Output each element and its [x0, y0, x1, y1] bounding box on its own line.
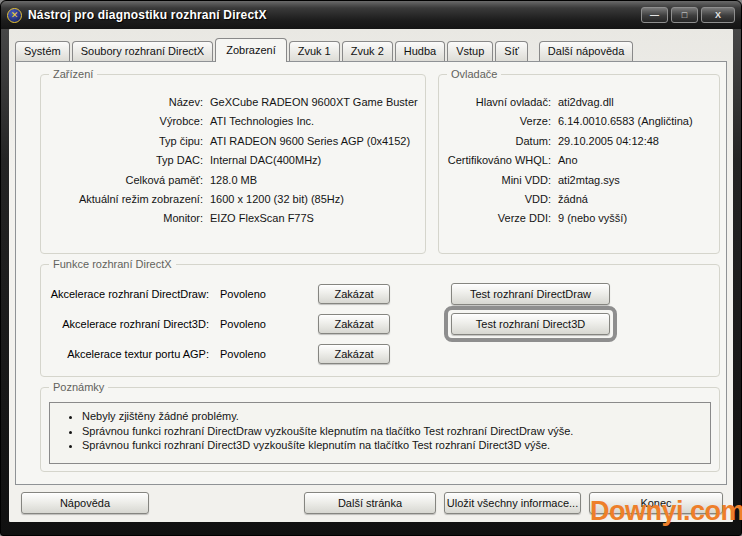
exit-button[interactable]: Konec: [589, 492, 723, 514]
driver-row-value: 29.10.2005 04:12:48: [558, 132, 717, 151]
driver-row-value: ati2mtag.sys: [558, 171, 717, 190]
device-row-value: GeXCube RADEON 9600XT Game Buster: [210, 93, 423, 112]
device-row-label: Monitor:: [45, 209, 203, 228]
driver-row-label: Datum:: [443, 132, 551, 151]
driver-row-value: Ano: [558, 151, 717, 170]
notes-list: Nebyly zjištěny žádné problémy. Správnou…: [50, 409, 710, 453]
device-group: Zařízení Název:GeXCube RADEON 9600XT Gam…: [40, 74, 426, 254]
driver-row-label: VDD:: [443, 190, 551, 209]
directx-features-group: Funkce rozhraní DirectX Akcelerace rozhr…: [40, 264, 720, 377]
tab-sound-2[interactable]: Zvuk 2: [342, 41, 393, 61]
device-row-value: Internal DAC(400MHz): [210, 151, 423, 170]
feature-row-agp: Akcelerace textur portu AGP: Povoleno Za…: [41, 343, 719, 365]
tab-music[interactable]: Hudba: [395, 41, 445, 61]
driver-row-label: Verze DDI:: [443, 209, 551, 228]
drivers-group: Ovladače Hlavní ovladač:ati2dvag.dll Ver…: [438, 74, 720, 254]
note-item: Správnou funkci rozhraní Direct3D vyzkou…: [82, 438, 710, 453]
disable-agp-button[interactable]: Zakázat: [318, 344, 390, 364]
device-row-label: Výrobce:: [45, 112, 203, 131]
device-row-value: 1600 x 1200 (32 bit) (85Hz): [210, 190, 423, 209]
device-row-label: Typ DAC:: [45, 151, 203, 170]
device-row-value: ATI RADEON 9600 Series AGP (0x4152): [210, 132, 423, 151]
note-item: Nebyly zjištěny žádné problémy.: [82, 409, 710, 424]
driver-row-label: Hlavní ovladač:: [443, 93, 551, 112]
feature-row-direct3d: Akcelerace rozhraní Direct3D: Povoleno Z…: [41, 313, 719, 335]
device-group-caption: Zařízení: [49, 67, 97, 81]
feature-label: Akcelerace textur portu AGP:: [41, 348, 209, 360]
minimize-button[interactable]: —: [641, 7, 668, 23]
feature-status: Povoleno: [220, 288, 266, 300]
maximize-button[interactable]: □: [671, 7, 698, 23]
notes-group-caption: Poznámky: [49, 380, 108, 394]
disable-direct3d-button[interactable]: Zakázat: [318, 314, 390, 334]
title-bar[interactable]: Nástroj pro diagnostiku rozhraní DirectX…: [1, 1, 741, 29]
drivers-group-caption: Ovladače: [447, 67, 501, 81]
help-button[interactable]: Nápověda: [21, 492, 149, 514]
device-row-value: 128.0 MB: [210, 171, 423, 190]
tab-input[interactable]: Vstup: [447, 41, 493, 61]
save-all-info-button[interactable]: Uložit všechny informace...: [444, 492, 581, 514]
close-icon: X: [715, 11, 721, 20]
tab-network[interactable]: Síť: [495, 41, 528, 61]
device-row-value: ATI Technologies Inc.: [210, 112, 423, 131]
notes-group: Poznámky Nebyly zjištěny žádné problémy.…: [40, 387, 720, 472]
directx-icon: [7, 8, 22, 23]
notes-box: Nebyly zjištěny žádné problémy. Správnou…: [49, 402, 711, 464]
test-direct3d-button[interactable]: Test rozhraní Direct3D: [451, 313, 610, 335]
close-button[interactable]: X: [701, 7, 735, 23]
device-row-label: Celková paměť:: [45, 171, 203, 190]
feature-status: Povoleno: [220, 348, 266, 360]
window-controls: — □ X: [641, 7, 735, 23]
tab-bar: Systém Soubory rozhraní DirectX Zobrazen…: [15, 38, 635, 61]
highlight-box: Test rozhraní Direct3D: [444, 306, 617, 342]
minimize-icon: —: [650, 11, 659, 20]
device-row-value: EIZO FlexScan F77S: [210, 209, 423, 228]
driver-row-value: žádná: [558, 190, 717, 209]
maximize-icon: □: [682, 11, 687, 20]
driver-row-label: Mini VDD:: [443, 171, 551, 190]
feature-label: Akcelerace rozhraní Direct3D:: [41, 318, 209, 330]
tab-panel: Zařízení Název:GeXCube RADEON 9600XT Gam…: [15, 61, 727, 485]
feature-row-directdraw: Akcelerace rozhraní DirectDraw: Povoleno…: [41, 283, 719, 305]
driver-row-value: ati2dvag.dll: [558, 93, 717, 112]
feature-label: Akcelerace rozhraní DirectDraw:: [41, 288, 209, 300]
driver-row-label: Verze:: [443, 112, 551, 131]
test-directdraw-button[interactable]: Test rozhraní DirectDraw: [451, 283, 610, 305]
drivers-info-list: Hlavní ovladač:ati2dvag.dll Verze:6.14.0…: [439, 75, 719, 229]
dialog-body: Systém Soubory rozhraní DirectX Zobrazen…: [9, 29, 733, 522]
tab-directx-files[interactable]: Soubory rozhraní DirectX: [72, 41, 214, 61]
tab-sound-1[interactable]: Zvuk 1: [289, 41, 340, 61]
device-row-label: Aktuální režim zobrazení:: [45, 190, 203, 209]
tab-system[interactable]: Systém: [15, 41, 70, 61]
window: Nástroj pro diagnostiku rozhraní DirectX…: [0, 0, 742, 536]
feature-status: Povoleno: [220, 318, 266, 330]
driver-row-label: Certifikováno WHQL:: [443, 151, 551, 170]
note-item: Správnou funkci rozhraní DirectDraw vyzk…: [82, 424, 710, 439]
tab-display[interactable]: Zobrazení: [215, 38, 287, 62]
tab-more-help[interactable]: Další nápověda: [539, 41, 633, 61]
device-info-list: Název:GeXCube RADEON 9600XT Game Buster …: [41, 75, 425, 229]
features-group-caption: Funkce rozhraní DirectX: [49, 257, 176, 271]
driver-row-value: 9 (nebo vyšší): [558, 209, 717, 228]
window-title: Nástroj pro diagnostiku rozhraní DirectX: [28, 8, 267, 22]
disable-directdraw-button[interactable]: Zakázat: [318, 284, 390, 304]
device-row-label: Typ čipu:: [45, 132, 203, 151]
next-page-button[interactable]: Další stránka: [304, 492, 436, 514]
driver-row-value: 6.14.0010.6583 (Angličtina): [558, 112, 717, 131]
device-row-label: Název:: [45, 93, 203, 112]
